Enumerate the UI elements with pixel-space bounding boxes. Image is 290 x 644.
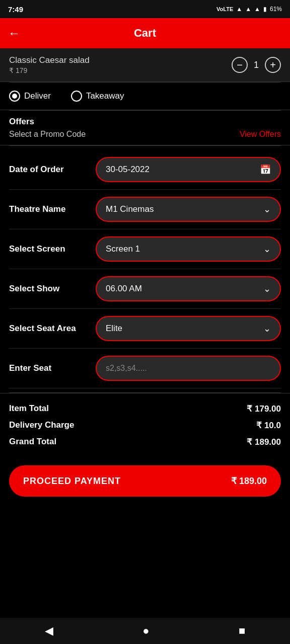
battery-percent: 61% [270,6,282,13]
grand-total-row: Grand Total ₹ 189.00 [9,434,281,450]
quantity-value: 1 [254,60,259,70]
signal2-icon: ▲ [254,6,260,13]
offers-row: Select a Promo Code View Offers [9,130,281,139]
deliver-radio[interactable] [9,91,20,102]
header: ← Cart [0,18,290,48]
signal-icon: ▲ [245,6,251,13]
theatre-dropdown[interactable]: M1 Cinemas ⌄ [96,197,281,222]
cart-item-info: Classic Caesar salad ₹ 179 [9,55,90,74]
show-dropdown[interactable]: 06.00 AM ⌄ [96,276,281,301]
promo-label: Select a Promo Code [9,130,86,139]
cart-item: Classic Caesar salad ₹ 179 − 1 + [0,48,290,82]
form-section: Date of Order 30-05-2022 📅 Theatre Name … [0,146,290,392]
back-button[interactable]: ← [8,26,20,40]
select-seat-area-row: Select Seat Area Elite ⌄ [9,309,281,349]
date-label: Date of Order [9,165,90,175]
battery-icon: ▮ [263,6,267,13]
takeaway-label: Takeaway [86,91,124,101]
item-total-label: Item Total [9,404,49,414]
view-offers-button[interactable]: View Offers [240,130,281,139]
chevron-down-icon-4: ⌄ [263,323,271,334]
enter-seat-placeholder: s2,s3,s4..... [106,364,147,373]
enter-seat-input[interactable]: s2,s3,s4..... [96,356,281,381]
enter-seat-label: Enter Seat [9,363,90,373]
nav-recents-button[interactable]: ■ [239,624,245,637]
screen-label: Select Screen [9,244,90,254]
delivery-charge-row: Delivery Charge ₹ 10.0 [9,417,281,434]
screen-value: Screen 1 [106,244,140,254]
date-value: 30-05-2022 [106,165,150,175]
nav-home-button[interactable]: ● [142,624,149,637]
item-price: ₹ 179 [9,66,90,74]
proceed-payment-button[interactable]: PROCEED PAYMENT ₹ 189.00 [9,465,281,497]
takeaway-radio[interactable] [71,91,82,102]
date-of-order-row: Date of Order 30-05-2022 📅 [9,150,281,190]
chevron-down-icon-2: ⌄ [263,244,271,255]
decrease-qty-button[interactable]: − [232,57,248,73]
volte-icon: VoLTE [216,6,233,12]
chevron-down-icon: ⌄ [263,204,271,215]
proceed-amount: ₹ 189.00 [231,475,267,487]
theatre-value: M1 Cinemas [106,204,154,214]
seat-area-value: Elite [106,324,122,334]
deliver-label: Deliver [24,91,51,101]
nav-back-button[interactable]: ◀ [45,624,53,637]
select-show-row: Select Show 06.00 AM ⌄ [9,269,281,309]
show-label: Select Show [9,284,90,294]
show-value: 06.00 AM [106,284,142,294]
offers-title: Offers [9,117,281,127]
theatre-label: Theatre Name [9,204,90,214]
takeaway-option[interactable]: Takeaway [71,91,124,102]
item-total-value: ₹ 179.00 [247,404,281,414]
theatre-name-row: Theatre Name M1 Cinemas ⌄ [9,190,281,229]
enter-seat-row: Enter Seat s2,s3,s4..... [9,349,281,388]
status-time: 7:49 [8,5,23,14]
wifi-icon: ▲ [236,6,242,13]
select-screen-row: Select Screen Screen 1 ⌄ [9,229,281,269]
item-name: Classic Caesar salad [9,55,90,65]
totals-section: Item Total ₹ 179.00 Delivery Charge ₹ 10… [0,393,290,457]
deliver-option[interactable]: Deliver [9,91,51,102]
seat-area-label: Select Seat Area [9,324,90,334]
item-total-row: Item Total ₹ 179.00 [9,400,281,417]
grand-total-value: ₹ 189.00 [247,437,281,447]
delivery-charge-value: ₹ 10.0 [256,420,281,431]
delivery-options: Deliver Takeaway [0,83,290,110]
increase-qty-button[interactable]: + [265,57,281,73]
screen-dropdown[interactable]: Screen 1 ⌄ [96,236,281,262]
grand-total-label: Grand Total [9,437,56,447]
bottom-nav: ◀ ● ■ [0,618,290,644]
delivery-charge-label: Delivery Charge [9,420,74,431]
status-icons: VoLTE ▲ ▲ ▲ ▮ 61% [216,6,282,13]
chevron-down-icon-3: ⌄ [263,283,271,294]
proceed-label: PROCEED PAYMENT [23,476,121,487]
seat-area-dropdown[interactable]: Elite ⌄ [96,316,281,341]
offers-section: Offers Select a Promo Code View Offers [0,111,290,145]
calendar-icon: 📅 [260,164,271,175]
page-title: Cart [26,27,264,40]
date-input[interactable]: 30-05-2022 📅 [96,157,281,182]
status-bar: 7:49 VoLTE ▲ ▲ ▲ ▮ 61% [0,0,290,18]
cart-quantity-control: − 1 + [232,57,281,73]
